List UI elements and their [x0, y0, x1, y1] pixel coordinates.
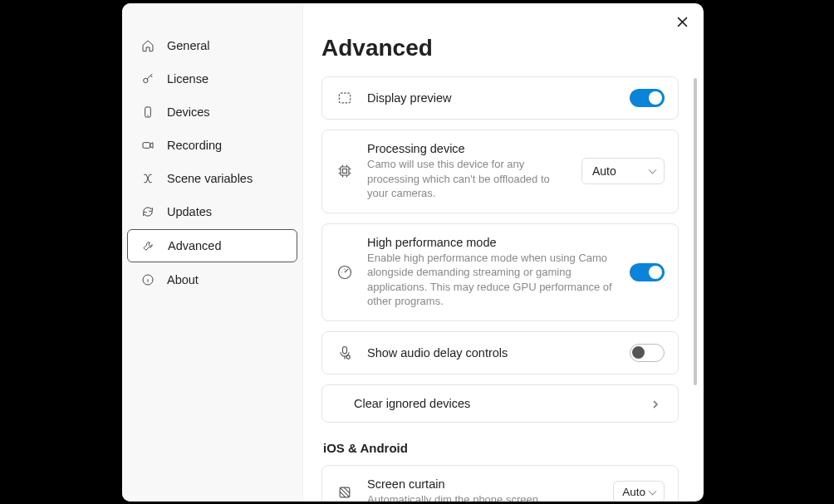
- refresh-icon: [140, 204, 155, 219]
- sidebar-item-about[interactable]: About: [127, 264, 297, 296]
- close-button[interactable]: [672, 12, 692, 32]
- processing-device-select[interactable]: Auto: [581, 158, 665, 184]
- setting-description: Enable high performance mode when using …: [367, 251, 616, 309]
- sidebar-item-label: Devices: [167, 105, 210, 119]
- svg-rect-8: [343, 346, 347, 353]
- sidebar-item-label: General: [167, 39, 210, 52]
- sidebar-item-label: Updates: [167, 205, 212, 218]
- setting-label: Processing device: [367, 142, 568, 155]
- setting-label: Display preview: [367, 91, 616, 105]
- sidebar-item-advanced[interactable]: Advanced: [127, 229, 297, 262]
- setting-audio-delay: Show audio delay controls: [321, 331, 679, 374]
- setting-label: Screen curtain: [367, 477, 600, 491]
- sidebar-item-devices[interactable]: Devices: [127, 96, 297, 128]
- device-icon: [140, 105, 155, 120]
- audio-delay-toggle[interactable]: [630, 344, 665, 362]
- setting-high-performance: High performance mode Enable high perfor…: [321, 223, 679, 321]
- setting-clear-ignored[interactable]: Clear ignored devices: [321, 384, 679, 423]
- setting-label: Clear ignored devices: [354, 397, 638, 410]
- settings-main: Advanced Display preview Processing devi…: [303, 3, 704, 502]
- display-preview-toggle[interactable]: [630, 89, 665, 107]
- video-icon: [140, 138, 155, 153]
- setting-description: Camo will use this device for any proces…: [367, 157, 568, 201]
- settings-sidebar: General License Devices Recording Scene …: [122, 3, 303, 502]
- select-value: Auto: [592, 164, 616, 178]
- mic-gear-icon: [336, 344, 354, 362]
- setting-screen-curtain: Screen curtain Automatically dim the pho…: [321, 465, 679, 502]
- svg-point-9: [346, 355, 350, 359]
- svg-rect-2: [143, 143, 150, 149]
- close-icon: [677, 17, 688, 27]
- svg-rect-5: [341, 167, 349, 175]
- setting-display-preview: Display preview: [321, 76, 679, 120]
- key-icon: [140, 71, 155, 86]
- variable-icon: [140, 171, 155, 186]
- sidebar-item-label: Scene variables: [167, 172, 253, 185]
- info-icon: [140, 272, 155, 287]
- section-mobile-title: iOS & Android: [323, 441, 679, 455]
- chevron-right-icon: [651, 397, 665, 410]
- sidebar-item-label: Recording: [167, 139, 222, 152]
- gauge-icon: [336, 263, 354, 281]
- home-icon: [140, 38, 155, 53]
- high-performance-toggle[interactable]: [630, 263, 665, 281]
- wrench-icon: [141, 238, 156, 253]
- setting-description: Automatically dim the phone screen: [367, 492, 600, 502]
- sidebar-item-label: About: [167, 273, 199, 286]
- setting-label: High performance mode: [367, 236, 616, 249]
- cpu-icon: [336, 162, 354, 180]
- sidebar-item-label: License: [167, 72, 208, 86]
- page-title: Advanced: [321, 35, 685, 61]
- sidebar-item-license[interactable]: License: [127, 63, 297, 95]
- select-value: Auto: [622, 486, 645, 498]
- setting-processing-device: Processing device Camo will use this dev…: [321, 130, 679, 213]
- svg-rect-4: [339, 93, 350, 103]
- svg-rect-6: [343, 169, 347, 174]
- svg-point-0: [144, 78, 148, 82]
- settings-dialog: General License Devices Recording Scene …: [122, 3, 704, 502]
- sidebar-item-scene-variables[interactable]: Scene variables: [127, 163, 297, 194]
- preview-icon: [336, 89, 354, 107]
- sidebar-item-label: Advanced: [168, 239, 222, 252]
- settings-content[interactable]: Display preview Processing device Camo w…: [303, 73, 704, 502]
- curtain-icon: [336, 483, 354, 502]
- sidebar-item-updates[interactable]: Updates: [127, 196, 297, 228]
- setting-label: Show audio delay controls: [367, 346, 616, 360]
- sidebar-item-general[interactable]: General: [127, 30, 297, 61]
- screen-curtain-select[interactable]: Auto: [613, 481, 665, 502]
- scrollbar-thumb[interactable]: [694, 78, 697, 385]
- sidebar-item-recording[interactable]: Recording: [127, 130, 297, 161]
